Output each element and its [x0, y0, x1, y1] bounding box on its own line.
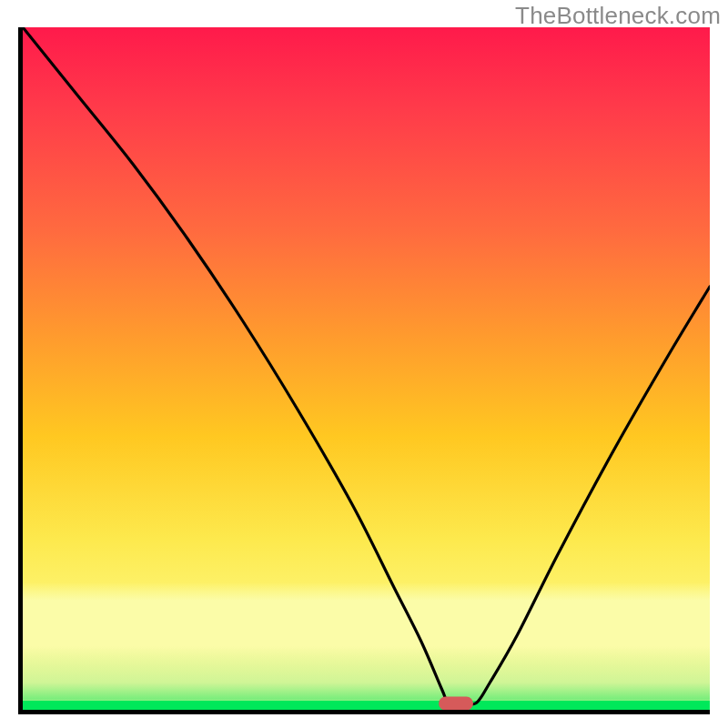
watermark-text: TheBottleneck.com [515, 2, 721, 30]
chart-canvas: TheBottleneck.com [0, 0, 728, 728]
bottleneck-curve-path [23, 27, 710, 704]
minimum-marker [439, 696, 473, 710]
curve-svg [23, 27, 710, 710]
plot-area [18, 27, 710, 714]
